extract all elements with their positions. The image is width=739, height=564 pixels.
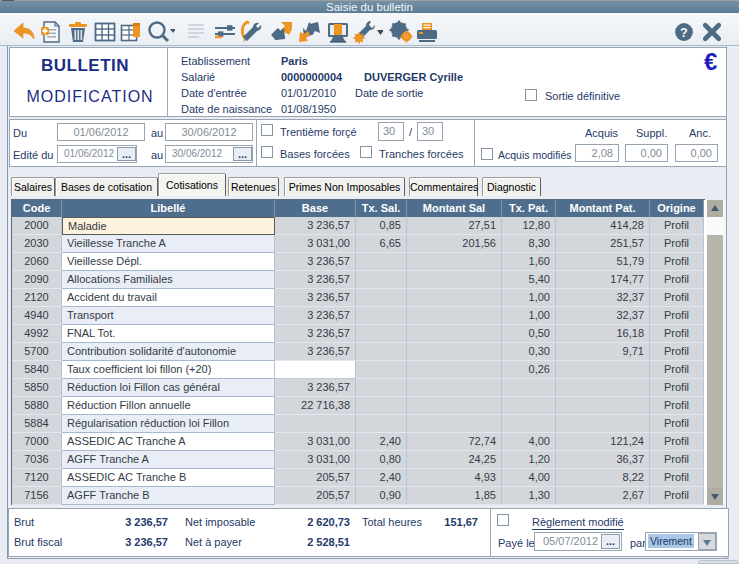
svg-text:?: ? xyxy=(680,26,688,40)
